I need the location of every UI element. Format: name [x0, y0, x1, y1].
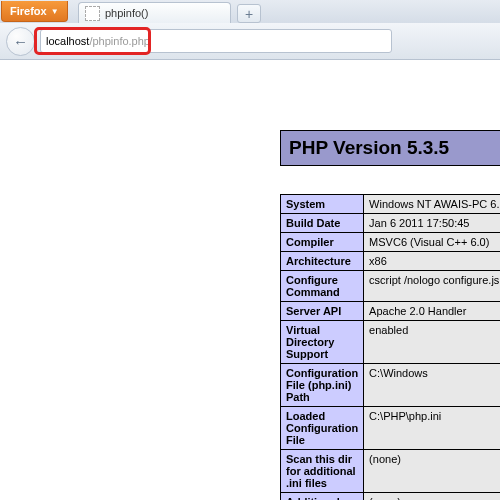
- config-value: Windows NT AWAIS-PC 6.1 build 7601 (Serv…: [364, 195, 500, 214]
- config-value: MSVC6 (Visual C++ 6.0): [364, 233, 500, 252]
- tab-title: phpinfo(): [105, 7, 148, 19]
- config-label: Loaded Configuration File: [281, 407, 364, 450]
- config-label: Configuration File (php.ini) Path: [281, 364, 364, 407]
- table-row: Scan this dir for additional .ini files(…: [281, 450, 501, 493]
- config-value: C:\PHP\php.ini: [364, 407, 500, 450]
- config-label: Virtual Directory Support: [281, 321, 364, 364]
- config-label: Server API: [281, 302, 364, 321]
- table-row: Virtual Directory Supportenabled: [281, 321, 501, 364]
- config-label: Configure Command: [281, 271, 364, 302]
- nav-row: ← localhost/phpinfo.php: [0, 23, 500, 59]
- table-row: Architecturex86: [281, 252, 501, 271]
- phpinfo-panel: PHP Version 5.3.5 SystemWindows NT AWAIS…: [280, 130, 500, 500]
- firefox-menu-label: Firefox: [10, 5, 47, 17]
- back-button[interactable]: ←: [6, 27, 35, 56]
- table-row: Loaded Configuration FileC:\PHP\php.ini: [281, 407, 501, 450]
- phpinfo-table: SystemWindows NT AWAIS-PC 6.1 build 7601…: [280, 194, 500, 500]
- table-row: Configure Commandcscript /nologo configu…: [281, 271, 501, 302]
- chevron-down-icon: ▼: [51, 7, 59, 16]
- plus-icon: +: [245, 7, 253, 21]
- table-row: Additional .ini files parsed(none): [281, 493, 501, 501]
- new-tab-button[interactable]: +: [237, 4, 261, 23]
- config-label: Architecture: [281, 252, 364, 271]
- config-value: C:\Windows: [364, 364, 500, 407]
- tab-strip: phpinfo() +: [0, 0, 500, 23]
- table-row: Build DateJan 6 2011 17:50:45: [281, 214, 501, 233]
- arrow-left-icon: ←: [13, 33, 28, 50]
- config-value: (none): [364, 493, 500, 501]
- table-row: SystemWindows NT AWAIS-PC 6.1 build 7601…: [281, 195, 501, 214]
- tab-phpinfo[interactable]: phpinfo(): [78, 2, 231, 23]
- config-value: enabled: [364, 321, 500, 364]
- config-value: x86: [364, 252, 500, 271]
- config-label: Build Date: [281, 214, 364, 233]
- table-row: CompilerMSVC6 (Visual C++ 6.0): [281, 233, 501, 252]
- config-value: Jan 6 2011 17:50:45: [364, 214, 500, 233]
- browser-chrome: Firefox ▼ phpinfo() + ← localhost/phpinf…: [0, 0, 500, 60]
- config-value: (none): [364, 450, 500, 493]
- page-icon: [85, 6, 100, 21]
- table-row: Server APIApache 2.0 Handler: [281, 302, 501, 321]
- config-label: Scan this dir for additional .ini files: [281, 450, 364, 493]
- url-path: /phpinfo.php: [89, 35, 150, 47]
- url-bar[interactable]: localhost/phpinfo.php: [40, 29, 392, 53]
- config-label: System: [281, 195, 364, 214]
- config-value: cscript /nologo configure.js "--enable-s…: [364, 271, 500, 302]
- url-host: localhost: [46, 35, 89, 47]
- config-label: Compiler: [281, 233, 364, 252]
- table-row: Configuration File (php.ini) PathC:\Wind…: [281, 364, 501, 407]
- config-value: Apache 2.0 Handler: [364, 302, 500, 321]
- php-version-heading: PHP Version 5.3.5: [280, 130, 500, 166]
- page-content: PHP Version 5.3.5 SystemWindows NT AWAIS…: [0, 60, 500, 500]
- firefox-menu-button[interactable]: Firefox ▼: [1, 1, 68, 22]
- config-label: Additional .ini files parsed: [281, 493, 364, 501]
